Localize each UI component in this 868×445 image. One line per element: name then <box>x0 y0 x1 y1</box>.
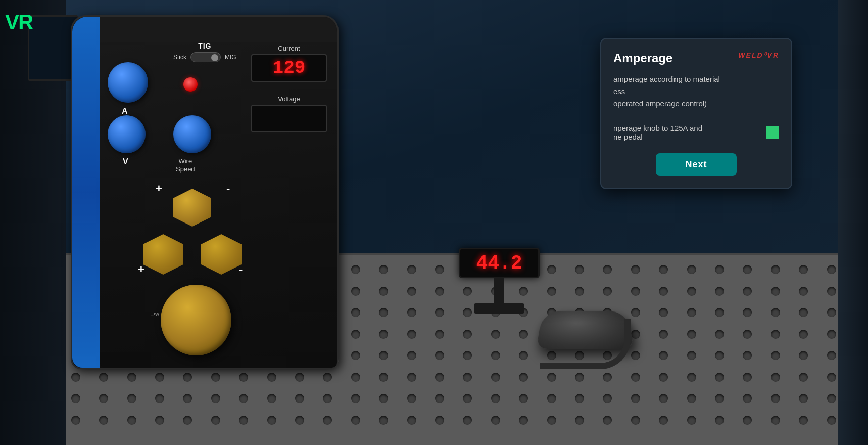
panel-instruction-row: nperage knob to 125A andne pedal <box>613 120 779 145</box>
plus-label-bottom: + <box>138 263 144 276</box>
panel-body: amperage according to material ess opera… <box>613 73 779 110</box>
plus-label-top: + <box>156 182 162 195</box>
table-hole <box>743 394 752 403</box>
knob-a-label: A <box>122 107 128 116</box>
table-hole <box>155 416 164 425</box>
table-hole <box>575 416 584 425</box>
current-label: Current <box>251 45 327 52</box>
mode-switch-row: Stick MIG <box>173 52 236 62</box>
table-hole <box>491 373 500 382</box>
table-hole <box>127 416 136 425</box>
table-hole <box>127 394 136 403</box>
table-hole <box>659 373 668 382</box>
table-hole <box>351 394 360 403</box>
connector-top[interactable] <box>173 189 211 227</box>
panel-header: Amperage WELD⁰VR <box>613 51 779 65</box>
table-hole <box>435 287 444 296</box>
table-hole <box>799 287 808 296</box>
large-dial[interactable] <box>161 285 231 355</box>
table-hole <box>435 265 444 274</box>
table-hole <box>743 330 752 339</box>
table-hole <box>827 265 836 274</box>
table-hole <box>379 351 388 360</box>
right-pillar <box>838 0 868 445</box>
table-hole <box>463 416 472 425</box>
table-hole <box>239 416 248 425</box>
panel-body-line2: ess <box>613 85 779 98</box>
table-hole <box>323 373 332 382</box>
table-hole <box>323 416 332 425</box>
table-hole <box>631 287 640 296</box>
table-hole <box>687 416 696 425</box>
knob-amperage[interactable] <box>108 62 148 103</box>
connector-left[interactable] <box>143 234 183 275</box>
floor-display: 44.2 <box>459 248 540 314</box>
table-hole <box>323 394 332 403</box>
table-hole <box>519 373 528 382</box>
table-hole <box>715 373 724 382</box>
table-hole <box>463 330 472 339</box>
table-hole <box>351 308 360 317</box>
vr-logo: VR <box>5 10 32 34</box>
table-hole <box>435 351 444 360</box>
table-hole <box>407 394 416 403</box>
left-wall <box>0 0 66 445</box>
tig-label: TIG <box>198 42 211 50</box>
table-hole <box>127 373 136 382</box>
table-hole <box>743 308 752 317</box>
table-hole <box>267 373 276 382</box>
table-hole <box>799 308 808 317</box>
checkbox-indicator <box>766 126 779 139</box>
floor-display-screen: 44.2 <box>459 248 540 278</box>
table-hole <box>491 351 500 360</box>
table-hole <box>519 351 528 360</box>
table-hole <box>183 394 192 403</box>
table-hole <box>631 416 640 425</box>
mode-switch[interactable] <box>190 52 221 62</box>
connector-right[interactable] <box>201 234 242 275</box>
table-hole <box>687 373 696 382</box>
knob-v-label: V <box>123 157 128 166</box>
table-hole <box>687 265 696 274</box>
table-hole <box>351 287 360 296</box>
table-hole <box>547 373 556 382</box>
table-hole <box>799 330 808 339</box>
floor-display-stand <box>494 278 504 303</box>
next-button[interactable]: Next <box>656 153 737 176</box>
table-hole <box>743 416 752 425</box>
panel-body-line3: operated amperage control) <box>613 98 779 110</box>
table-hole <box>771 287 780 296</box>
welding-machine: TIG Stick MIG Current 129 Voltage A V Wi… <box>71 15 339 369</box>
current-value: 129 <box>273 58 306 78</box>
table-hole <box>99 416 108 425</box>
table-hole <box>631 265 640 274</box>
table-hole <box>435 394 444 403</box>
table-hole <box>743 351 752 360</box>
table-hole <box>771 308 780 317</box>
red-indicator-light <box>183 77 198 92</box>
machine-logo: ⊃w <box>151 310 159 317</box>
knob-voltage[interactable] <box>108 115 146 153</box>
table-hole <box>379 287 388 296</box>
table-hole <box>827 373 836 382</box>
table-hole <box>295 373 304 382</box>
table-hole <box>687 351 696 360</box>
panel-title: Amperage <box>613 51 672 65</box>
table-hole <box>183 373 192 382</box>
table-hole <box>799 265 808 274</box>
table-hole <box>547 416 556 425</box>
table-hole <box>771 416 780 425</box>
table-hole <box>827 394 836 403</box>
floor-display-base <box>474 303 524 314</box>
knob-wire-label: WireSpeed <box>176 157 195 173</box>
table-hole <box>379 394 388 403</box>
table-hole <box>715 351 724 360</box>
floor-display-value: 44.2 <box>476 252 522 274</box>
table-hole <box>687 330 696 339</box>
knob-wire-speed[interactable] <box>173 115 211 153</box>
panel-body-line1: amperage according to material <box>613 73 779 85</box>
table-hole <box>351 416 360 425</box>
table-hole <box>547 287 556 296</box>
voltage-label: Voltage <box>251 95 327 103</box>
table-hole <box>771 351 780 360</box>
